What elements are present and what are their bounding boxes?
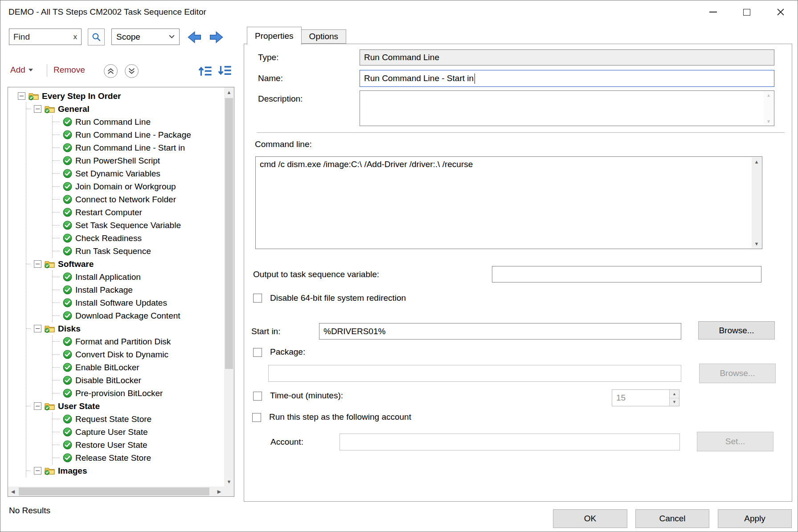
tree-item-selected[interactable]: Run Command Line - Start in bbox=[53, 141, 224, 154]
timeout-checkbox[interactable] bbox=[253, 392, 262, 401]
scope-dropdown[interactable]: Scope bbox=[111, 29, 180, 45]
vertical-scrollbar-thumb[interactable] bbox=[225, 98, 233, 369]
timeout-spinner: 15 ▲ ▼ bbox=[612, 389, 679, 406]
disable-64bit-checkbox[interactable] bbox=[253, 294, 262, 303]
name-field[interactable]: Run Command Line - Start in bbox=[360, 70, 774, 87]
tree-item[interactable]: Convert Disk to Dynamic bbox=[53, 348, 224, 361]
spinner-down-icon[interactable]: ▼ bbox=[670, 398, 679, 406]
find-clear-button[interactable]: x bbox=[74, 33, 78, 41]
tree-item[interactable]: Install Application bbox=[53, 270, 224, 283]
expand-all-icon bbox=[218, 65, 232, 77]
tree-item[interactable]: Set Dynamic Variables bbox=[53, 167, 224, 180]
search-button[interactable] bbox=[88, 29, 105, 45]
remove-button[interactable]: Remove bbox=[53, 65, 85, 75]
collapse-toggle-icon[interactable] bbox=[34, 260, 41, 268]
browse-start-in-button[interactable]: Browse... bbox=[698, 321, 775, 340]
tree-group-disks: Disks Format and Partition Disk Convert … bbox=[26, 322, 224, 400]
move-step-down-button[interactable] bbox=[125, 64, 139, 78]
scroll-up-arrow: ▲ bbox=[766, 93, 771, 98]
scroll-down-arrow[interactable]: ▼ bbox=[224, 477, 234, 487]
find-next-button[interactable] bbox=[208, 29, 225, 45]
tree-item[interactable]: Release State Store bbox=[53, 451, 224, 464]
horizontal-scrollbar-thumb[interactable] bbox=[19, 487, 209, 495]
find-input[interactable]: Find x bbox=[9, 29, 82, 45]
maximize-button[interactable] bbox=[730, 0, 764, 24]
add-button[interactable]: Add bbox=[10, 65, 33, 75]
tree-item[interactable]: Capture User State bbox=[53, 426, 224, 438]
tree-vertical-scrollbar[interactable]: ▲ ▼ bbox=[224, 87, 234, 487]
tree-item[interactable]: Disable BitLocker bbox=[53, 374, 224, 387]
tree-item[interactable]: Run Task Sequence bbox=[53, 245, 224, 258]
tree-item[interactable]: Connect to Network Folder bbox=[53, 193, 224, 206]
tab-options[interactable]: Options bbox=[302, 29, 346, 44]
output-variable-field[interactable] bbox=[492, 266, 761, 282]
maximize-icon bbox=[743, 9, 750, 16]
collapse-all-button[interactable] bbox=[198, 64, 213, 78]
minimize-button[interactable] bbox=[696, 0, 730, 24]
tree-item[interactable]: Set Task Sequence Variable bbox=[53, 219, 224, 232]
tree-item[interactable]: Request State Store bbox=[53, 413, 224, 426]
window-controls bbox=[696, 0, 798, 24]
timeout-label: Time-out (minutes): bbox=[270, 391, 343, 401]
collapse-toggle-icon[interactable] bbox=[34, 402, 41, 410]
tree-root-item[interactable]: Every Step In Order bbox=[12, 90, 224, 102]
folder-check-icon bbox=[45, 105, 55, 113]
description-scrollbar[interactable]: ▲ ▼ bbox=[764, 91, 773, 125]
step-check-icon bbox=[63, 117, 72, 127]
apply-button[interactable]: Apply bbox=[718, 509, 792, 528]
tree-group-item[interactable]: Disks bbox=[26, 322, 224, 335]
step-check-icon bbox=[63, 208, 72, 217]
cancel-button[interactable]: Cancel bbox=[635, 509, 709, 528]
folder-check-icon bbox=[45, 402, 55, 410]
tree-item[interactable]: Pre-provision BitLocker bbox=[53, 387, 224, 400]
run-as-account-checkbox[interactable] bbox=[252, 413, 261, 422]
spinner-up-icon[interactable]: ▲ bbox=[670, 390, 679, 398]
step-check-icon bbox=[63, 221, 72, 230]
expand-all-button[interactable] bbox=[217, 64, 233, 78]
collapse-toggle-icon[interactable] bbox=[34, 325, 41, 332]
step-check-icon bbox=[63, 453, 72, 462]
tree-horizontal-scrollbar[interactable]: ◀ ▶ bbox=[8, 487, 224, 496]
tree-item[interactable]: Check Readiness bbox=[53, 232, 224, 245]
collapse-toggle-icon[interactable] bbox=[34, 105, 41, 113]
scroll-down-arrow: ▼ bbox=[754, 241, 759, 246]
command-line-scrollbar[interactable]: ▲ ▼ bbox=[752, 157, 761, 248]
type-field: Run Command Line bbox=[360, 49, 774, 65]
tree-item[interactable]: Restart Computer bbox=[53, 206, 224, 219]
tree-group-item[interactable]: Images bbox=[26, 464, 224, 477]
window-title: DEMO - All TS Steps CM2002 Task Sequence… bbox=[0, 7, 206, 17]
description-field[interactable]: ▲ ▼ bbox=[360, 90, 774, 126]
tree-item[interactable]: Run Command Line - Package bbox=[53, 128, 224, 141]
tree-item[interactable]: Install Software Updates bbox=[53, 296, 224, 309]
step-check-icon bbox=[63, 350, 72, 359]
scope-dropdown-value: Scope bbox=[116, 32, 140, 42]
scroll-up-arrow[interactable]: ▲ bbox=[224, 87, 234, 97]
close-button[interactable] bbox=[764, 0, 798, 24]
tree-item[interactable]: Format and Partition Disk bbox=[53, 335, 224, 348]
scroll-right-arrow[interactable]: ▶ bbox=[214, 487, 224, 496]
command-line-field[interactable]: cmd /c dism.exe /image:C:\ /Add-Driver /… bbox=[255, 156, 762, 249]
tree-item[interactable]: Install Package bbox=[53, 283, 224, 296]
tree-item[interactable]: Download Package Content bbox=[53, 309, 224, 322]
move-step-up-button[interactable] bbox=[104, 64, 118, 78]
scroll-left-arrow[interactable]: ◀ bbox=[8, 487, 18, 496]
tree-group-item[interactable]: Software bbox=[26, 258, 224, 270]
tree-item[interactable]: Restore User State bbox=[53, 438, 224, 451]
package-checkbox[interactable] bbox=[253, 348, 262, 357]
step-check-icon bbox=[63, 285, 72, 295]
tree-group-item[interactable]: General bbox=[26, 102, 224, 115]
tree-group-item[interactable]: User State bbox=[26, 400, 224, 413]
start-in-field[interactable]: %DRIVERS01% bbox=[319, 323, 681, 340]
tree-item[interactable]: Run Command Line bbox=[53, 115, 224, 128]
tree-item[interactable]: Join Domain or Workgroup bbox=[53, 180, 224, 193]
tree-item[interactable]: Run PowerShell Script bbox=[53, 154, 224, 167]
start-in-label: Start in: bbox=[251, 327, 280, 336]
collapse-toggle-icon[interactable] bbox=[34, 467, 41, 475]
ok-button[interactable]: OK bbox=[553, 509, 627, 528]
tree-content: Every Step In Order General Run Command … bbox=[8, 87, 224, 487]
find-previous-button[interactable] bbox=[186, 29, 203, 45]
tab-properties[interactable]: Properties bbox=[247, 27, 302, 45]
account-label: Account: bbox=[270, 437, 303, 447]
tree-item[interactable]: Enable BitLocker bbox=[53, 361, 224, 374]
collapse-toggle-icon[interactable] bbox=[18, 92, 25, 100]
